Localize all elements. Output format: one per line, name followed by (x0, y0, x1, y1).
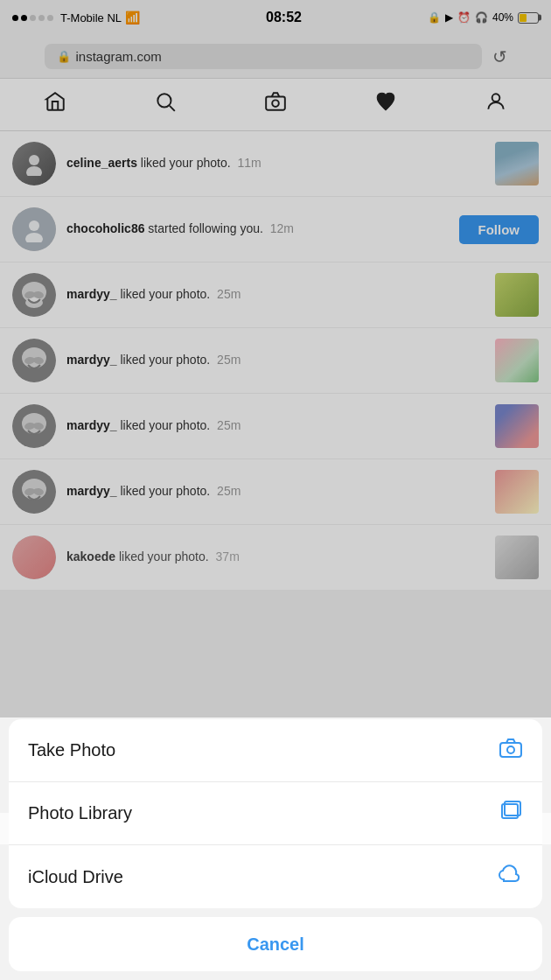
take-photo-label: Take Photo (28, 740, 115, 760)
camera-sheet-icon (499, 736, 523, 766)
cloud-sheet-icon (497, 862, 523, 892)
icloud-drive-label: iCloud Drive (28, 867, 123, 887)
svg-rect-22 (500, 743, 521, 757)
sheet-item-photo-library[interactable]: Photo Library (9, 782, 542, 845)
photo-library-label: Photo Library (28, 803, 132, 823)
cancel-label: Cancel (247, 934, 304, 955)
svg-point-23 (507, 746, 514, 753)
sheet-item-take-photo[interactable]: Take Photo (9, 719, 542, 782)
bottom-sheet: Take Photo Photo Library iCloud Drive (0, 719, 551, 980)
dim-overlay (0, 0, 551, 718)
library-sheet-icon (499, 799, 523, 829)
sheet-cancel-button[interactable]: Cancel (9, 917, 542, 971)
sheet-main-options: Take Photo Photo Library iCloud Drive (9, 719, 542, 908)
sheet-item-icloud-drive[interactable]: iCloud Drive (9, 845, 542, 908)
